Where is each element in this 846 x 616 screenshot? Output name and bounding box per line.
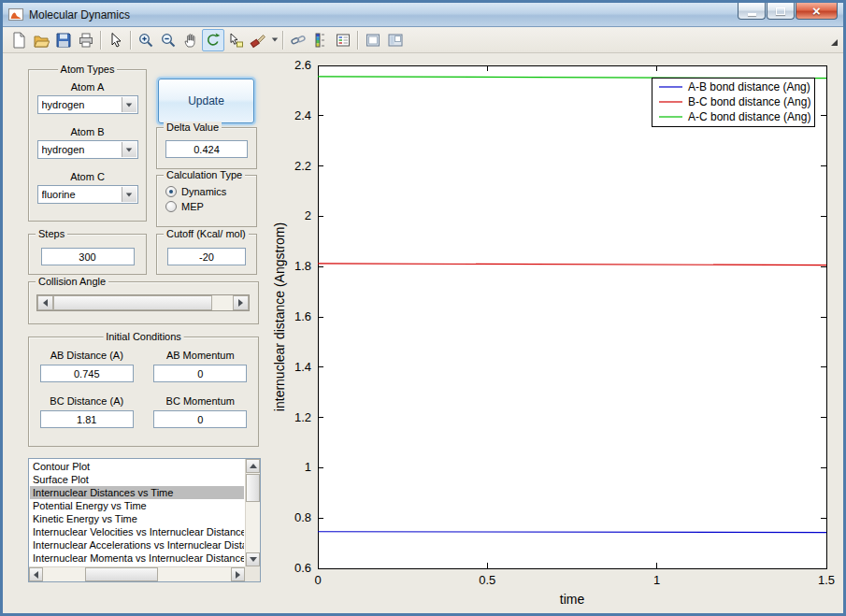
hide-plot-tools-icon <box>365 32 381 49</box>
list-item[interactable]: Internuclear Momenta vs Internuclear Dis… <box>30 552 244 565</box>
insert-legend-button[interactable] <box>332 29 354 51</box>
window-controls <box>737 3 838 20</box>
pan-button[interactable] <box>179 29 202 51</box>
zoom-out-button[interactable] <box>157 29 179 51</box>
plot-area[interactable]: 00.511.50.60.811.21.41.61.822.22.42.6tim… <box>271 56 838 611</box>
radio-dynamics[interactable]: Dynamics <box>165 186 256 197</box>
chevron-down-icon[interactable] <box>122 187 136 202</box>
steps-field[interactable] <box>41 248 135 265</box>
rotate-3d-icon <box>205 32 222 49</box>
scroll-right-button[interactable] <box>231 567 245 581</box>
update-button[interactable]: Update <box>158 79 254 123</box>
plot-svg: 00.511.50.60.811.21.41.61.822.22.42.6tim… <box>271 56 838 611</box>
horizontal-scrollbar[interactable] <box>29 566 245 581</box>
arrow-up-icon <box>250 464 257 468</box>
radio-mep[interactable]: MEP <box>165 201 256 212</box>
svg-text:A-B bond distance (Ang): A-B bond distance (Ang) <box>688 80 810 93</box>
open-folder-icon <box>33 32 50 49</box>
figure-toolbar <box>3 27 843 53</box>
minimize-button[interactable] <box>738 3 766 20</box>
toolbar-separator <box>282 31 284 50</box>
delta-value-title: Delta Value <box>164 122 222 134</box>
data-cursor-button[interactable] <box>224 29 247 51</box>
collision-angle-title: Collision Angle <box>36 276 108 288</box>
collision-angle-slider[interactable] <box>36 294 250 311</box>
new-figure-button[interactable] <box>7 29 30 51</box>
list-item[interactable]: Contour Plot <box>30 460 244 473</box>
close-icon <box>812 3 821 20</box>
slider-left-arrow[interactable] <box>37 295 53 310</box>
link-plot-icon <box>290 32 307 49</box>
atom-a-dropdown[interactable]: hydrogen <box>37 95 138 114</box>
svg-text:2.6: 2.6 <box>294 58 311 72</box>
scroll-down-button[interactable] <box>246 552 260 566</box>
calculation-type-title: Calculation Type <box>164 169 245 181</box>
svg-text:2.2: 2.2 <box>294 159 311 173</box>
maximize-icon <box>776 7 785 15</box>
list-item[interactable]: Internuclear Velocities vs Internuclear … <box>30 525 244 538</box>
brush-dropdown-button[interactable] <box>269 29 280 51</box>
list-item[interactable]: Potential Energy vs Time <box>30 499 244 512</box>
chevron-down-icon[interactable] <box>122 142 136 157</box>
link-plot-button[interactable] <box>287 29 309 51</box>
svg-text:0: 0 <box>314 573 321 587</box>
atom-b-label: Atom B <box>29 126 146 137</box>
ab-momentum-field[interactable] <box>153 365 247 382</box>
horizontal-scrollbar-thumb[interactable] <box>85 567 158 581</box>
ab-distance-field[interactable] <box>40 365 134 382</box>
list-item[interactable]: Surface Plot <box>30 473 244 486</box>
close-button[interactable] <box>796 3 838 20</box>
cutoff-panel: Cutoff (Kcal/ mol) <box>156 234 257 275</box>
slider-right-arrow[interactable] <box>233 295 249 310</box>
delta-value-field[interactable] <box>165 140 248 158</box>
bc-momentum-label: BC Momentum <box>166 395 235 407</box>
app-icon <box>8 7 23 21</box>
chevron-down-icon <box>271 38 277 42</box>
toolbar-overflow-arrow-icon[interactable] <box>831 39 838 46</box>
maximize-button[interactable] <box>767 3 795 20</box>
scroll-up-button[interactable] <box>246 459 260 473</box>
svg-text:B-C bond distance (Ang): B-C bond distance (Ang) <box>688 95 810 108</box>
zoom-in-button[interactable] <box>135 29 157 51</box>
vertical-scrollbar[interactable] <box>245 459 260 566</box>
list-item[interactable]: Kinetic Energy vs Time <box>30 512 244 525</box>
bc-momentum-field[interactable] <box>153 410 247 428</box>
show-plot-tools-button[interactable] <box>384 29 407 51</box>
plot-type-listbox: Contour PlotSurface PlotInternuclear Dis… <box>28 458 261 582</box>
ab-momentum-label: AB Momentum <box>166 350 235 361</box>
initial-conditions-title: Initial Conditions <box>103 331 184 343</box>
save-figure-button[interactable] <box>52 29 75 51</box>
initial-conditions-panel: Initial Conditions AB Distance (A) AB Mo… <box>28 337 259 447</box>
print-figure-button[interactable] <box>75 29 97 51</box>
edit-plot-button[interactable] <box>105 29 127 51</box>
svg-text:0.8: 0.8 <box>294 510 311 524</box>
bc-distance-label: BC Distance (A) <box>50 395 123 407</box>
figure-client-area: Atom Types Atom A hydrogen Atom B hydrog… <box>3 53 843 613</box>
edit-plot-arrow-icon <box>108 32 124 49</box>
titlebar: Molecular Dynamics <box>3 3 843 27</box>
vertical-scrollbar-thumb[interactable] <box>246 474 260 502</box>
cutoff-field[interactable] <box>167 248 246 265</box>
list-item[interactable]: Internuclear Distances vs Time <box>30 486 244 499</box>
list-item[interactable]: Internuclear Accelerations vs Internucle… <box>30 538 244 552</box>
brush-button[interactable] <box>247 29 269 51</box>
bc-distance-field[interactable] <box>40 410 134 428</box>
save-icon <box>55 32 72 49</box>
atom-c-dropdown[interactable]: fluorine <box>37 185 138 204</box>
radio-button-icon <box>165 201 177 212</box>
toolbar-separator <box>130 31 132 50</box>
ab-distance-label: AB Distance (A) <box>50 350 123 361</box>
arrow-left-icon <box>34 571 38 579</box>
hide-plot-tools-button[interactable] <box>362 29 384 51</box>
slider-thumb[interactable] <box>53 295 212 310</box>
radio-button-icon <box>165 186 177 197</box>
atom-b-dropdown[interactable]: hydrogen <box>37 140 138 159</box>
slider-track[interactable] <box>53 295 233 310</box>
svg-text:1.6: 1.6 <box>294 309 311 323</box>
scroll-left-button[interactable] <box>29 567 43 581</box>
insert-colorbar-button[interactable] <box>309 29 332 51</box>
open-file-button[interactable] <box>30 29 52 51</box>
chevron-down-icon[interactable] <box>122 97 136 112</box>
rotate-3d-button[interactable] <box>202 29 224 51</box>
delta-value-panel: Delta Value <box>156 127 257 169</box>
